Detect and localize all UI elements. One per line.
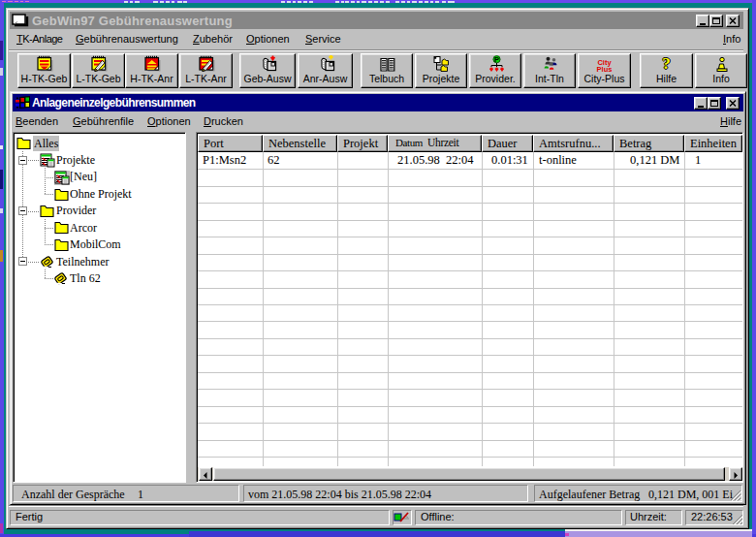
svg-text:P: P: [494, 55, 499, 64]
